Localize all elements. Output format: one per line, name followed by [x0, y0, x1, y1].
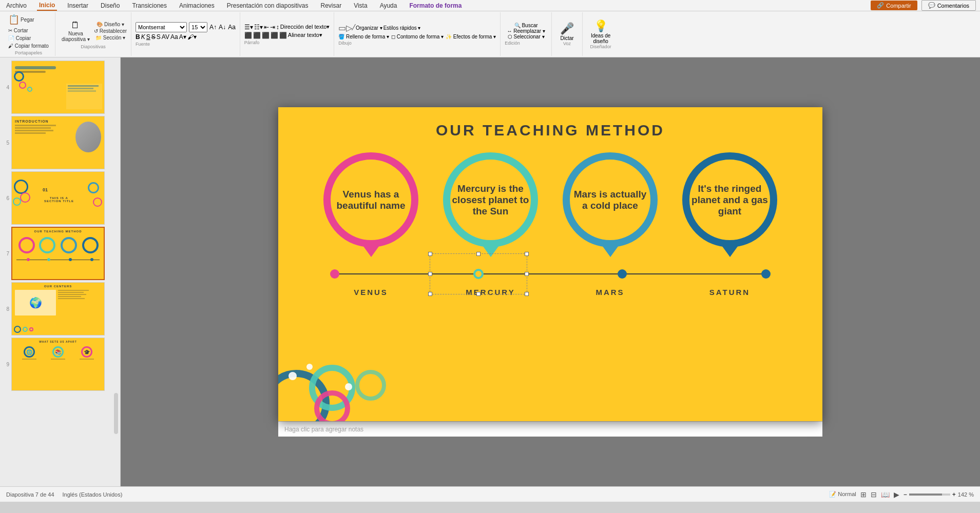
- font-color-button[interactable]: A▾: [179, 33, 186, 41]
- underline-button[interactable]: S: [146, 33, 150, 41]
- shapes-icon: ▭▷: [338, 23, 352, 33]
- dot-venus: [330, 269, 339, 279]
- strikethrough-button[interactable]: S: [151, 33, 156, 41]
- menu-formato-forma[interactable]: Formato de forma: [407, 1, 464, 10]
- menu-transiciones[interactable]: Transiciones: [130, 1, 169, 10]
- menu-presentacion[interactable]: Presentación con diapositivas: [225, 1, 311, 10]
- notes-button[interactable]: 📝 Normal: [829, 491, 856, 498]
- styles-button[interactable]: Estilos rápidos ▾: [383, 25, 421, 31]
- slide-thumb-9[interactable]: 9 WHAT SETS US APART 🌐 📚 🎓: [2, 338, 118, 391]
- reading-view-button[interactable]: 📖: [881, 490, 890, 499]
- slide[interactable]: OUR TEACHING METHOD Venus has a beautifu…: [278, 107, 822, 421]
- line-spacing-button[interactable]: ↕: [276, 24, 279, 31]
- slide-num-7: 7: [2, 251, 9, 256]
- menu-ayuda[interactable]: Ayuda: [378, 1, 399, 10]
- timeline: [309, 261, 792, 287]
- font-selector[interactable]: Montserrat: [136, 22, 187, 32]
- zoom-control: − + 142 %: [904, 491, 974, 498]
- slide-title: OUR TEACHING METHOD: [278, 107, 822, 139]
- planet-mercury: Mercury is the closest planet to the Sun: [443, 152, 538, 257]
- designer-button[interactable]: Ideas dediseño: [591, 33, 610, 44]
- slide-sorter-button[interactable]: ⊟: [871, 490, 877, 499]
- share-button[interactable]: 🔗 Compartir: [871, 1, 917, 10]
- select-button[interactable]: ⬡ Seleccionar ▾: [505, 34, 547, 40]
- text-direction-button[interactable]: Dirección del texto▾: [280, 24, 330, 30]
- dot-saturn: [761, 269, 771, 279]
- planets-row: Venus has a beautiful name Mercury is th…: [278, 152, 822, 257]
- cut-button[interactable]: ✂ Cortar: [6, 27, 30, 34]
- scrollbar[interactable]: [114, 393, 118, 434]
- align-left-button[interactable]: ⬛: [244, 32, 252, 39]
- bullets-button[interactable]: ☰▾: [244, 24, 253, 31]
- menu-revisar[interactable]: Revisar: [318, 1, 343, 10]
- slide-thumb-5[interactable]: 5 INTRODUCTION: [2, 116, 118, 169]
- justify-button[interactable]: ⬛: [271, 32, 278, 39]
- planet-saturn: It's the ringed planet and a gas giant: [682, 152, 777, 257]
- planet-mars: Mars is actually a cold place: [563, 152, 658, 257]
- numbering-button[interactable]: ☷▾: [254, 24, 263, 31]
- planet-venus: Venus has a beautiful name: [323, 152, 418, 257]
- reset-button[interactable]: ↺ Restablecer: [94, 28, 127, 34]
- slide-thumb-8[interactable]: 8 OUR CENTERS 🌍: [2, 282, 118, 336]
- highlight-button[interactable]: 🖌▾: [187, 33, 197, 41]
- slide-num-8: 8: [2, 306, 9, 312]
- clear-format-button[interactable]: Aa: [228, 24, 236, 31]
- decrease-font-button[interactable]: A↓: [219, 24, 226, 31]
- planet-labels: VENUS MERCURY MARS SATURN: [278, 288, 822, 297]
- dictate-icon: 🎤: [560, 22, 574, 35]
- slide-thumb-6[interactable]: 6 01 THIS IS ASECTION TITLE: [2, 171, 118, 225]
- outline-button[interactable]: ◻ Contorno de forma ▾: [391, 34, 444, 40]
- organize-button[interactable]: Organizar ▾: [356, 25, 382, 31]
- menu-animaciones[interactable]: Animaciones: [177, 1, 217, 10]
- increase-indent-button[interactable]: ⇥: [270, 24, 275, 31]
- char-spacing-button[interactable]: AV: [162, 33, 169, 41]
- menu-inicio[interactable]: Inicio: [37, 1, 57, 11]
- menu-vista[interactable]: Vista: [352, 1, 369, 10]
- italic-button[interactable]: K: [141, 33, 145, 41]
- search-button[interactable]: 🔍 Buscar: [505, 23, 547, 28]
- zoom-in-button[interactable]: +: [952, 491, 956, 498]
- decorative-circles: [278, 324, 391, 421]
- slide-num-9: 9: [2, 362, 9, 367]
- menu-archivo[interactable]: Archivo: [4, 1, 29, 10]
- slide-num-5: 5: [2, 140, 9, 146]
- comments-button[interactable]: 💬 Comentarios: [921, 0, 976, 11]
- align-center-button[interactable]: ⬛: [253, 32, 261, 39]
- notes-icon: 📝: [829, 491, 836, 497]
- fill-button[interactable]: 🪣 Relleno de forma ▾: [338, 34, 389, 40]
- decrease-indent-button[interactable]: ⇤: [264, 24, 269, 31]
- layout-button[interactable]: 🎨 Diseño ▾: [94, 22, 127, 27]
- slide-thumb-4[interactable]: 4: [2, 61, 118, 114]
- columns-button[interactable]: ⬛: [279, 32, 287, 39]
- label-venus: VENUS: [323, 288, 418, 297]
- section-button[interactable]: 📁 Sección ▾: [94, 35, 127, 41]
- label-mercury: MERCURY: [443, 288, 538, 297]
- normal-view-button[interactable]: ⊞: [860, 490, 867, 499]
- shadow-button[interactable]: S: [157, 33, 161, 41]
- slide-thumb-7[interactable]: 7 OUR TEACHING METHOD: [2, 227, 118, 280]
- designer-icon: 💡: [594, 19, 608, 33]
- menu-diseno[interactable]: Diseño: [99, 1, 122, 10]
- font-size-selector[interactable]: 15: [189, 22, 207, 32]
- align-text-button[interactable]: Alinear texto▾: [288, 32, 322, 38]
- change-case-button[interactable]: Aa: [170, 33, 178, 41]
- presenter-view-button[interactable]: ▶: [894, 490, 899, 499]
- effects-button[interactable]: ✨ Efectos de forma ▾: [446, 34, 496, 40]
- slide-num-6: 6: [2, 195, 9, 201]
- copy-button[interactable]: 📄 Copiar: [6, 35, 33, 42]
- notes-area[interactable]: Haga clic para agregar notas: [278, 421, 822, 437]
- slide-info: Diapositiva 7 de 44: [6, 491, 54, 498]
- dictate-button[interactable]: Dictar: [561, 35, 574, 41]
- slides-panel: 4: [0, 57, 121, 486]
- replace-button[interactable]: ↔ Reemplazar ▾: [505, 28, 547, 34]
- align-right-button[interactable]: ⬛: [262, 32, 270, 39]
- new-slide-button[interactable]: 🗒 Nuevadiapositiva ▾: [60, 19, 92, 43]
- lines-icon: ∕: [353, 23, 355, 32]
- format-painter-button[interactable]: 🖌 Copiar formato: [6, 43, 51, 49]
- zoom-slider[interactable]: [909, 494, 950, 496]
- increase-font-button[interactable]: A↑: [209, 24, 217, 31]
- zoom-out-button[interactable]: −: [904, 491, 907, 498]
- paste-button[interactable]: 📋 Pegar: [6, 13, 36, 26]
- bold-button[interactable]: B: [136, 33, 140, 41]
- menu-insertar[interactable]: Insertar: [65, 1, 90, 10]
